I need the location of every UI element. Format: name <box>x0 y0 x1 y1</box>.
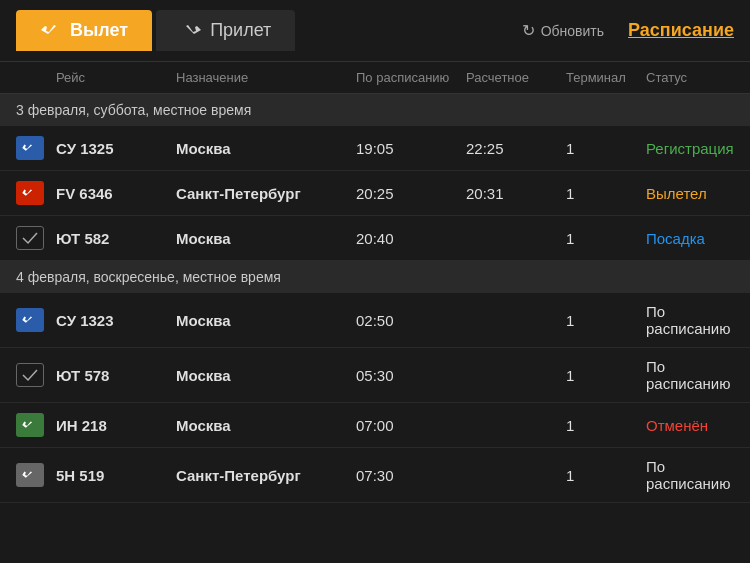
flight-terminal: 1 <box>566 140 646 157</box>
flight-status: Вылетел <box>646 185 734 202</box>
table-row[interactable]: FV 6346Санкт-Петербург20:2520:311Вылетел <box>0 171 750 216</box>
table-row[interactable]: СУ 1325Москва19:0522:251Регистрация <box>0 126 750 171</box>
flight-number: СУ 1325 <box>56 140 176 157</box>
col-terminal: Терминал <box>566 70 646 85</box>
table-row[interactable]: СУ 1323Москва02:501По расписанию <box>0 293 750 348</box>
departure-plane-icon <box>40 22 62 40</box>
flight-scheduled-time: 07:00 <box>356 417 466 434</box>
schedule-title[interactable]: Расписание <box>628 20 734 41</box>
flight-terminal: 1 <box>566 467 646 484</box>
flight-terminal: 1 <box>566 417 646 434</box>
airline-icon-yut <box>16 226 44 250</box>
flight-scheduled-time: 07:30 <box>356 467 466 484</box>
table-row[interactable]: ЮТ 582Москва20:401Посадка <box>0 216 750 261</box>
table-header: Рейс Назначение По расписанию Расчетное … <box>0 62 750 94</box>
app-container: Вылет Прилет ↻ Обновить Расписание Рейс … <box>0 0 750 503</box>
table-row[interactable]: ЮТ 578Москва05:301По расписанию <box>0 348 750 403</box>
table-row[interactable]: 5Н 519Санкт-Петербург07:301По расписанию <box>0 448 750 503</box>
flight-number: СУ 1323 <box>56 312 176 329</box>
flight-scheduled-time: 19:05 <box>356 140 466 157</box>
flight-scheduled-time: 05:30 <box>356 367 466 384</box>
airline-icon-fv <box>16 181 44 205</box>
airline-icon-in <box>16 413 44 437</box>
refresh-label: Обновить <box>541 23 604 39</box>
flight-estimated-time: 22:25 <box>466 140 566 157</box>
flight-status: По расписанию <box>646 303 734 337</box>
tab-arrival-label: Прилет <box>210 20 271 41</box>
flight-terminal: 1 <box>566 230 646 247</box>
tab-arrival[interactable]: Прилет <box>156 10 295 51</box>
flight-destination: Москва <box>176 230 356 247</box>
refresh-icon: ↻ <box>522 21 535 40</box>
schedule-label: Расписание <box>628 20 734 40</box>
flight-status: По расписанию <box>646 458 734 492</box>
table-row[interactable]: ИН 218Москва07:001Отменён <box>0 403 750 448</box>
tab-departure-label: Вылет <box>70 20 128 41</box>
flight-terminal: 1 <box>566 185 646 202</box>
arrival-plane-icon <box>180 22 202 40</box>
date-section-1: 4 февраля, воскресенье, местное время <box>0 261 750 293</box>
header: Вылет Прилет ↻ Обновить Расписание <box>0 0 750 62</box>
flight-destination: Москва <box>176 417 356 434</box>
tab-departure[interactable]: Вылет <box>16 10 152 51</box>
flight-scheduled-time: 20:40 <box>356 230 466 247</box>
flight-terminal: 1 <box>566 312 646 329</box>
col-icon <box>16 70 56 85</box>
flight-status: Отменён <box>646 417 734 434</box>
airline-icon-yut <box>16 363 44 387</box>
flight-estimated-time: 20:31 <box>466 185 566 202</box>
flight-status: Регистрация <box>646 140 734 157</box>
col-destination: Назначение <box>176 70 356 85</box>
flight-destination: Санкт-Петербург <box>176 185 356 202</box>
flight-terminal: 1 <box>566 367 646 384</box>
flight-status: Посадка <box>646 230 734 247</box>
flight-destination: Санкт-Петербург <box>176 467 356 484</box>
flight-number: ЮТ 578 <box>56 367 176 384</box>
flight-status: По расписанию <box>646 358 734 392</box>
col-estimated: Расчетное <box>466 70 566 85</box>
flight-scheduled-time: 20:25 <box>356 185 466 202</box>
flight-number: ЮТ 582 <box>56 230 176 247</box>
flight-destination: Москва <box>176 367 356 384</box>
refresh-button[interactable]: ↻ Обновить <box>522 21 604 40</box>
flight-number: ИН 218 <box>56 417 176 434</box>
airline-icon-su <box>16 308 44 332</box>
airline-icon-5h <box>16 463 44 487</box>
flight-scheduled-time: 02:50 <box>356 312 466 329</box>
flights-container: 3 февраля, суббота, местное времяСУ 1325… <box>0 94 750 503</box>
col-status: Статус <box>646 70 734 85</box>
airline-icon-su <box>16 136 44 160</box>
date-section-0: 3 февраля, суббота, местное время <box>0 94 750 126</box>
col-scheduled: По расписанию <box>356 70 466 85</box>
flight-destination: Москва <box>176 312 356 329</box>
col-flight: Рейс <box>56 70 176 85</box>
flight-destination: Москва <box>176 140 356 157</box>
flight-number: FV 6346 <box>56 185 176 202</box>
flight-number: 5Н 519 <box>56 467 176 484</box>
